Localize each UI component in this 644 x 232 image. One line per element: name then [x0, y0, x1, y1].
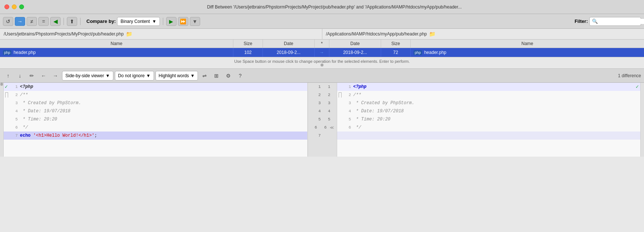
right-file-name-cell: php header.php	[411, 48, 644, 57]
minimize-button[interactable]	[12, 4, 17, 9]
highlight-dropdown[interactable]: Highlight words ▼	[155, 71, 198, 81]
right-lc-5: * Time: 20:20	[353, 115, 641, 123]
cg-right-4: 4	[324, 109, 330, 113]
col-right-name: Name	[411, 40, 644, 48]
next-change-button[interactable]: →	[50, 71, 61, 81]
file-row[interactable]: php header.php 102 2018-09-2... → 2018-0…	[0, 48, 644, 57]
left-lc-3: * Created by PhpStorm.	[20, 99, 307, 107]
prev-change-button[interactable]: ←	[38, 71, 49, 81]
filter-button[interactable]: ▼	[190, 17, 200, 26]
fast-forward-button[interactable]: ⏩	[178, 17, 188, 26]
scroll-up-button[interactable]: ↑	[3, 71, 13, 81]
right-scrollbar[interactable]	[640, 83, 644, 157]
right-lc-6: */	[353, 123, 641, 132]
ignore-chevron-icon: ▼	[146, 73, 151, 78]
right-folder-icon[interactable]: 📁	[429, 31, 435, 37]
left-scrollbar[interactable]	[0, 83, 4, 157]
equal-button[interactable]: ≠	[27, 17, 37, 26]
status-text: Use Space button or mouse click to chang…	[2, 59, 642, 64]
cg-row-6: 6 6 ≪	[308, 123, 337, 132]
settings-button[interactable]: ⚙	[223, 71, 233, 81]
viewer-dropdown[interactable]: Side-by-side viewer ▼	[62, 71, 113, 81]
compare-by-dropdown[interactable]: Binary Content ▼	[117, 17, 160, 26]
filter-text-input[interactable]	[599, 19, 644, 24]
diff-right-line-4: 4 * Date: 19/07/2018	[337, 107, 641, 115]
sync-button[interactable]: ⇌	[199, 71, 210, 81]
left-lc-1: <?php	[20, 83, 307, 91]
right-ln-4: 4	[342, 107, 353, 115]
cg-left-2: 2	[314, 93, 321, 97]
diff-left-line-1: ✓ 1 <?php	[4, 83, 307, 91]
col-right-date: Date	[329, 40, 381, 48]
separator-2	[80, 18, 80, 25]
diff-viewer: ✓ 1 <?php 2 /** 3 * Created by PhpStorm	[0, 83, 644, 157]
close-button[interactable]	[4, 4, 9, 9]
next-diff-button[interactable]: →	[15, 17, 25, 26]
right-path: /Applications/MAMP/htdocs/myApp/pub/head…	[322, 29, 644, 39]
play-button[interactable]: ▶	[166, 17, 177, 26]
cg-right-1: 1	[324, 85, 330, 89]
help-button[interactable]: ?	[235, 71, 245, 81]
maximize-button[interactable]	[19, 4, 24, 9]
left-ln-7: 7	[9, 132, 20, 140]
cg-left-1: 1	[314, 85, 321, 89]
left-ln-4: 4	[9, 107, 20, 115]
drag-handle[interactable]	[321, 64, 323, 66]
col-right-size: Size	[381, 40, 411, 48]
diff-right-pane: 1 <?php ✓ 2 /** 3 * Created by PhpStorm	[337, 83, 644, 157]
viewer-chevron-icon: ▼	[106, 73, 110, 78]
up-button[interactable]: ⬆	[67, 17, 77, 26]
fold-icon-2[interactable]	[5, 92, 8, 98]
right-ln-5: 5	[342, 115, 353, 123]
diff-right-line-7	[337, 132, 641, 140]
right-path-text: /Applications/MAMP/htdocs/myApp/pub/head…	[326, 31, 427, 37]
right-date-cell: 2018-09-2...	[329, 48, 381, 57]
diff-left-line-4: 4 * Date: 19/07/2018	[4, 107, 307, 115]
cg-right-3: 3	[324, 101, 330, 105]
left-folder-icon[interactable]: 📁	[126, 31, 132, 37]
traffic-lights	[4, 4, 24, 9]
diff-arrow-icon: →	[320, 50, 324, 55]
col-star: *	[315, 40, 329, 48]
merge-icon-6: ≪	[330, 125, 334, 130]
diff-left-pane: ✓ 1 <?php 2 /** 3 * Created by PhpStorm	[0, 83, 308, 157]
left-ln-1: 1	[9, 83, 20, 91]
right-fold-icon-2[interactable]	[339, 92, 342, 98]
chevron-down-icon: ▼	[152, 19, 157, 24]
pathbar: /Users/jetbrains/PhpstormProjects/MyProj…	[0, 29, 644, 40]
diff-left-line-6: 6 */	[4, 123, 307, 132]
diff-right-line-5: 5 * Time: 20:20	[337, 115, 641, 123]
left-filename: header.php	[14, 50, 36, 55]
back-button[interactable]: ◀	[50, 17, 61, 26]
cg-row-4: 4 4	[308, 107, 337, 115]
refresh-button[interactable]: ↺	[3, 17, 13, 26]
right-lc-2: /**	[353, 91, 641, 99]
left-file-name-cell: php header.php	[0, 48, 233, 57]
left-size-cell: 102	[233, 48, 263, 57]
left-php-icon: php	[3, 50, 11, 55]
scroll-down-button[interactable]: ↓	[15, 71, 25, 81]
columns-button[interactable]: ⊞	[211, 71, 222, 81]
filter-input-container[interactable]: 🔍	[589, 17, 641, 26]
filter-label: Filter:	[575, 18, 588, 24]
left-date-cell: 2018-09-2...	[263, 48, 315, 57]
col-left-date: Date	[263, 40, 315, 48]
main-toolbar: ↺ → ≠ = ◀ ⬆ Compare by: Binary Content ▼…	[0, 14, 644, 29]
diff-left-line-3: 3 * Created by PhpStorm.	[4, 99, 307, 107]
right-lc-1: <?php	[353, 83, 636, 91]
cg-right-6: 6	[320, 125, 327, 130]
search-icon: 🔍	[592, 18, 598, 24]
cg-row-1: 1 1	[308, 83, 337, 91]
cg-left-6: 6	[311, 125, 317, 130]
left-lc-4: * Date: 19/07/2018	[20, 107, 307, 115]
cg-row-7: 7	[308, 132, 337, 140]
viewer-label: Side-by-side viewer	[65, 73, 104, 78]
cg-row-2: 2 2	[308, 91, 337, 99]
edit-button[interactable]: ✏	[27, 71, 37, 81]
right-filename: header.php	[424, 50, 446, 55]
cg-row-3: 3 3	[308, 99, 337, 107]
separator-1	[64, 18, 64, 25]
cg-left-3: 3	[314, 101, 321, 105]
same-button[interactable]: =	[38, 17, 49, 26]
ignore-dropdown[interactable]: Do not ignore ▼	[115, 71, 154, 81]
